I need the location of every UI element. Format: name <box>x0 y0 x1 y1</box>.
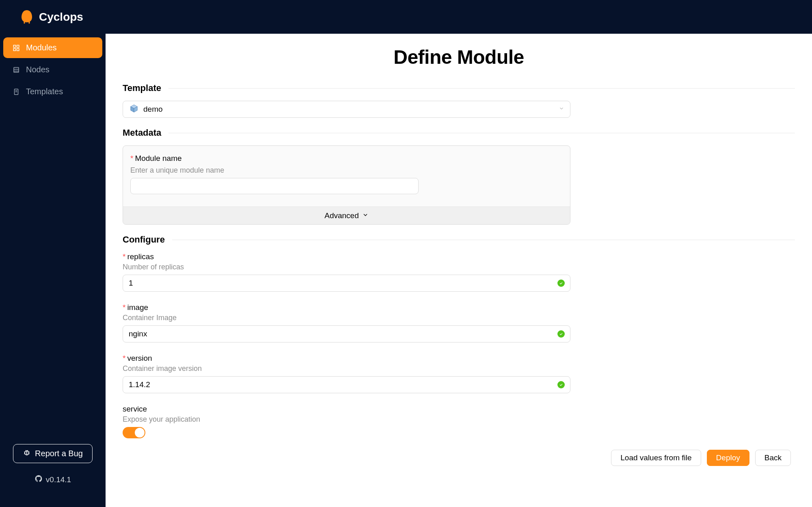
check-circle-icon <box>557 381 565 388</box>
svg-line-17 <box>28 450 28 451</box>
image-field: *image Container Image <box>123 303 570 342</box>
template-section: Template demo <box>123 83 795 118</box>
version-input[interactable] <box>123 376 570 393</box>
check-circle-icon <box>557 330 565 338</box>
app-version: v0.14.1 <box>35 474 71 485</box>
svg-line-15 <box>28 454 30 454</box>
github-icon <box>35 474 43 485</box>
chevron-down-icon <box>559 106 564 113</box>
metadata-section-title: Metadata <box>123 128 161 138</box>
advanced-label: Advanced <box>324 211 359 220</box>
divider <box>168 133 795 133</box>
service-label: service <box>123 405 570 414</box>
bug-icon <box>23 448 31 459</box>
page-title: Define Module <box>123 46 795 68</box>
required-asterisk: * <box>130 154 133 162</box>
main-content: Define Module Template demo <box>106 34 812 507</box>
advanced-toggle[interactable]: Advanced <box>123 206 570 224</box>
svg-rect-0 <box>13 45 15 47</box>
replicas-field: *replicas Number of replicas <box>123 252 570 292</box>
required-asterisk: * <box>123 303 125 312</box>
sidebar: Modules Nodes Templates <box>0 34 106 507</box>
service-desc: Expose your application <box>123 415 570 424</box>
svg-rect-4 <box>14 67 19 72</box>
replicas-input[interactable] <box>123 275 570 292</box>
image-input[interactable] <box>123 325 570 342</box>
sidebar-footer: Report a Bug v0.14.1 <box>0 444 106 485</box>
template-select-value: demo <box>143 105 163 114</box>
configure-section-title: Configure <box>123 234 165 245</box>
version-desc: Container image version <box>123 364 570 373</box>
version-field: *version Container image version <box>123 354 570 393</box>
module-name-input[interactable] <box>130 178 419 194</box>
app-name: Cyclops <box>39 11 83 24</box>
modules-icon <box>12 44 20 52</box>
sidebar-item-label: Nodes <box>26 65 50 74</box>
version-label: *version <box>123 354 570 363</box>
load-from-file-button[interactable]: Load values from file <box>611 450 701 466</box>
svg-rect-2 <box>13 48 15 50</box>
svg-line-16 <box>26 450 26 451</box>
replicas-desc: Number of replicas <box>123 263 570 271</box>
templates-icon <box>12 88 20 96</box>
divider <box>172 240 795 240</box>
image-label: *image <box>123 303 570 312</box>
sidebar-item-label: Templates <box>26 87 63 96</box>
service-field: service Expose your application <box>123 405 570 438</box>
sidebar-item-modules[interactable]: Modules <box>3 37 102 58</box>
app-logo: Cyclops <box>19 9 83 25</box>
switch-knob <box>135 428 145 438</box>
sidebar-item-nodes[interactable]: Nodes <box>3 59 102 80</box>
svg-rect-1 <box>17 45 19 47</box>
check-circle-icon <box>557 280 565 287</box>
replicas-label: *replicas <box>123 252 570 261</box>
sidebar-item-templates[interactable]: Templates <box>3 81 102 102</box>
report-bug-button[interactable]: Report a Bug <box>13 444 93 463</box>
footer-actions: Load values from file Deploy Back <box>123 450 795 466</box>
svg-line-12 <box>24 452 25 452</box>
chevron-down-icon <box>362 211 369 220</box>
service-toggle[interactable] <box>123 427 145 438</box>
svg-line-13 <box>28 452 30 452</box>
version-text: v0.14.1 <box>46 475 71 484</box>
template-select[interactable]: demo <box>123 101 570 118</box>
cube-icon <box>130 104 138 115</box>
module-name-desc: Enter a unique module name <box>130 166 563 175</box>
logo-icon <box>19 9 34 25</box>
deploy-button[interactable]: Deploy <box>707 450 749 466</box>
sidebar-item-label: Modules <box>26 43 57 52</box>
app-header: Cyclops <box>0 0 812 34</box>
required-asterisk: * <box>123 354 125 362</box>
back-button[interactable]: Back <box>755 450 791 466</box>
module-name-label: *Module name <box>130 154 563 163</box>
template-section-title: Template <box>123 83 161 93</box>
svg-rect-3 <box>17 48 19 50</box>
image-desc: Container Image <box>123 314 570 322</box>
report-bug-label: Report a Bug <box>35 449 83 458</box>
metadata-box: *Module name Enter a unique module name … <box>123 145 570 225</box>
sidebar-nav: Modules Nodes Templates <box>0 35 106 103</box>
nodes-icon <box>12 66 20 74</box>
required-asterisk: * <box>123 252 125 261</box>
configure-section: Configure *replicas Number of replicas <box>123 234 795 438</box>
svg-line-14 <box>24 454 25 454</box>
metadata-section: Metadata *Module name Enter a unique mod… <box>123 128 795 225</box>
divider <box>168 88 795 89</box>
